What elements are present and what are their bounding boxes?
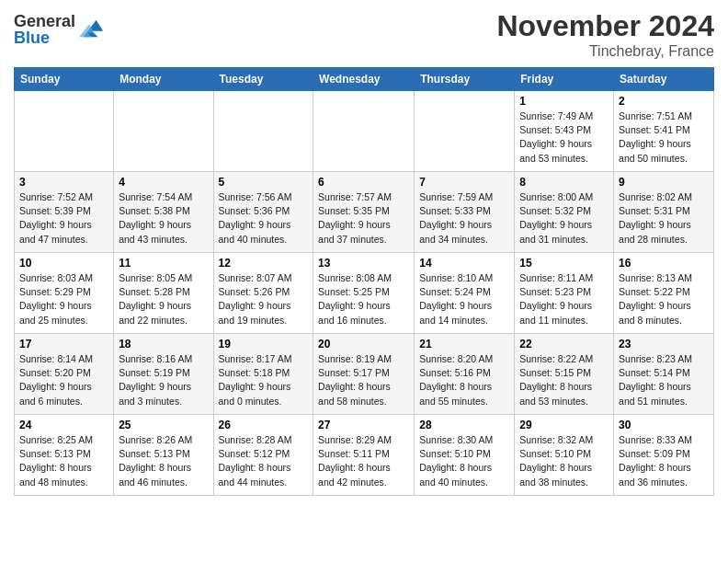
day-info: Sunrise: 8:20 AM Sunset: 5:16 PM Dayligh… <box>419 352 509 408</box>
day-info: Sunrise: 8:32 AM Sunset: 5:10 PM Dayligh… <box>519 433 609 489</box>
table-row: 23Sunrise: 8:23 AM Sunset: 5:14 PM Dayli… <box>614 334 714 415</box>
day-info: Sunrise: 8:11 AM Sunset: 5:23 PM Dayligh… <box>519 271 609 327</box>
table-row: 20Sunrise: 8:19 AM Sunset: 5:17 PM Dayli… <box>313 334 415 415</box>
logo-icon <box>79 16 105 41</box>
day-info: Sunrise: 8:02 AM Sunset: 5:31 PM Dayligh… <box>619 190 709 247</box>
table-row: 29Sunrise: 8:32 AM Sunset: 5:10 PM Dayli… <box>515 415 614 496</box>
col-friday: Friday <box>515 68 614 91</box>
table-row <box>415 91 515 172</box>
col-sunday: Sunday <box>15 68 114 91</box>
header: General Blue November 2024 Tinchebray, F… <box>14 9 714 60</box>
table-row: 9Sunrise: 8:02 AM Sunset: 5:31 PM Daylig… <box>614 172 714 253</box>
table-row: 14Sunrise: 8:10 AM Sunset: 5:24 PM Dayli… <box>415 253 515 334</box>
day-number: 16 <box>619 257 709 270</box>
title-block: November 2024 Tinchebray, France <box>496 9 714 60</box>
logo-text: General Blue <box>14 13 75 46</box>
day-info: Sunrise: 8:14 AM Sunset: 5:20 PM Dayligh… <box>19 352 108 408</box>
table-row: 10Sunrise: 8:03 AM Sunset: 5:29 PM Dayli… <box>15 253 114 334</box>
day-info: Sunrise: 8:19 AM Sunset: 5:17 PM Dayligh… <box>318 352 409 408</box>
table-row: 5Sunrise: 7:56 AM Sunset: 5:36 PM Daylig… <box>213 172 313 253</box>
table-row: 25Sunrise: 8:26 AM Sunset: 5:13 PM Dayli… <box>114 415 213 496</box>
day-info: Sunrise: 7:56 AM Sunset: 5:36 PM Dayligh… <box>219 190 309 247</box>
day-number: 24 <box>19 419 108 431</box>
table-row: 17Sunrise: 8:14 AM Sunset: 5:20 PM Dayli… <box>15 334 114 415</box>
logo-general: General <box>14 13 75 29</box>
day-number: 11 <box>119 257 208 270</box>
table-row: 2Sunrise: 7:51 AM Sunset: 5:41 PM Daylig… <box>614 91 714 172</box>
table-row: 27Sunrise: 8:29 AM Sunset: 5:11 PM Dayli… <box>313 415 415 496</box>
day-number: 5 <box>219 176 309 189</box>
table-row: 24Sunrise: 8:25 AM Sunset: 5:13 PM Dayli… <box>15 415 114 496</box>
calendar-week-5: 24Sunrise: 8:25 AM Sunset: 5:13 PM Dayli… <box>15 415 714 496</box>
day-info: Sunrise: 8:17 AM Sunset: 5:18 PM Dayligh… <box>219 352 309 408</box>
day-number: 9 <box>619 176 709 189</box>
col-saturday: Saturday <box>614 68 714 91</box>
day-number: 2 <box>619 95 709 108</box>
day-info: Sunrise: 8:25 AM Sunset: 5:13 PM Dayligh… <box>19 433 108 489</box>
day-number: 10 <box>19 257 108 270</box>
day-number: 27 <box>318 419 409 431</box>
table-row: 19Sunrise: 8:17 AM Sunset: 5:18 PM Dayli… <box>213 334 313 415</box>
day-info: Sunrise: 8:08 AM Sunset: 5:25 PM Dayligh… <box>318 271 409 327</box>
col-tuesday: Tuesday <box>213 68 313 91</box>
day-info: Sunrise: 7:51 AM Sunset: 5:41 PM Dayligh… <box>619 109 709 166</box>
month-title: November 2024 <box>496 9 714 43</box>
table-row: 12Sunrise: 8:07 AM Sunset: 5:26 PM Dayli… <box>213 253 313 334</box>
day-info: Sunrise: 7:49 AM Sunset: 5:43 PM Dayligh… <box>519 109 609 166</box>
table-row: 15Sunrise: 8:11 AM Sunset: 5:23 PM Dayli… <box>515 253 614 334</box>
day-info: Sunrise: 7:52 AM Sunset: 5:39 PM Dayligh… <box>19 190 108 247</box>
day-number: 23 <box>619 338 709 350</box>
table-row: 8Sunrise: 8:00 AM Sunset: 5:32 PM Daylig… <box>515 172 614 253</box>
day-number: 8 <box>519 176 609 189</box>
calendar-week-3: 10Sunrise: 8:03 AM Sunset: 5:29 PM Dayli… <box>15 253 714 334</box>
table-row: 26Sunrise: 8:28 AM Sunset: 5:12 PM Dayli… <box>213 415 313 496</box>
day-info: Sunrise: 8:33 AM Sunset: 5:09 PM Dayligh… <box>619 433 709 489</box>
table-row: 3Sunrise: 7:52 AM Sunset: 5:39 PM Daylig… <box>15 172 114 253</box>
day-number: 26 <box>219 419 309 431</box>
day-number: 20 <box>318 338 409 350</box>
day-number: 17 <box>19 338 108 350</box>
day-info: Sunrise: 8:26 AM Sunset: 5:13 PM Dayligh… <box>119 433 208 489</box>
day-number: 13 <box>318 257 409 270</box>
table-row <box>213 91 313 172</box>
calendar-week-4: 17Sunrise: 8:14 AM Sunset: 5:20 PM Dayli… <box>15 334 714 415</box>
day-info: Sunrise: 8:22 AM Sunset: 5:15 PM Dayligh… <box>519 352 609 408</box>
table-row: 18Sunrise: 8:16 AM Sunset: 5:19 PM Dayli… <box>114 334 213 415</box>
day-info: Sunrise: 8:00 AM Sunset: 5:32 PM Dayligh… <box>519 190 609 247</box>
col-wednesday: Wednesday <box>313 68 415 91</box>
day-number: 29 <box>519 419 609 431</box>
day-number: 21 <box>419 338 509 350</box>
table-row: 22Sunrise: 8:22 AM Sunset: 5:15 PM Dayli… <box>515 334 614 415</box>
calendar-week-2: 3Sunrise: 7:52 AM Sunset: 5:39 PM Daylig… <box>15 172 714 253</box>
table-row: 7Sunrise: 7:59 AM Sunset: 5:33 PM Daylig… <box>415 172 515 253</box>
day-number: 15 <box>519 257 609 270</box>
location: Tinchebray, France <box>496 43 714 60</box>
table-row <box>15 91 114 172</box>
table-row: 21Sunrise: 8:20 AM Sunset: 5:16 PM Dayli… <box>415 334 515 415</box>
table-row <box>114 91 213 172</box>
day-info: Sunrise: 7:59 AM Sunset: 5:33 PM Dayligh… <box>419 190 509 247</box>
col-thursday: Thursday <box>415 68 515 91</box>
day-number: 22 <box>519 338 609 350</box>
table-row: 4Sunrise: 7:54 AM Sunset: 5:38 PM Daylig… <box>114 172 213 253</box>
day-info: Sunrise: 8:10 AM Sunset: 5:24 PM Dayligh… <box>419 271 509 327</box>
table-row: 1Sunrise: 7:49 AM Sunset: 5:43 PM Daylig… <box>515 91 614 172</box>
calendar-week-1: 1Sunrise: 7:49 AM Sunset: 5:43 PM Daylig… <box>15 91 714 172</box>
calendar-header-row: Sunday Monday Tuesday Wednesday Thursday… <box>15 68 714 91</box>
table-row: 13Sunrise: 8:08 AM Sunset: 5:25 PM Dayli… <box>313 253 415 334</box>
table-row <box>313 91 415 172</box>
day-info: Sunrise: 8:03 AM Sunset: 5:29 PM Dayligh… <box>19 271 108 327</box>
day-info: Sunrise: 8:13 AM Sunset: 5:22 PM Dayligh… <box>619 271 709 327</box>
logo-blue: Blue <box>14 29 75 46</box>
calendar-table: Sunday Monday Tuesday Wednesday Thursday… <box>14 67 714 496</box>
table-row: 30Sunrise: 8:33 AM Sunset: 5:09 PM Dayli… <box>614 415 714 496</box>
day-number: 14 <box>419 257 509 270</box>
table-row: 16Sunrise: 8:13 AM Sunset: 5:22 PM Dayli… <box>614 253 714 334</box>
day-number: 1 <box>519 95 609 108</box>
day-info: Sunrise: 8:16 AM Sunset: 5:19 PM Dayligh… <box>119 352 208 408</box>
day-number: 3 <box>19 176 108 189</box>
day-info: Sunrise: 7:57 AM Sunset: 5:35 PM Dayligh… <box>318 190 409 247</box>
day-info: Sunrise: 8:07 AM Sunset: 5:26 PM Dayligh… <box>219 271 309 327</box>
day-number: 4 <box>119 176 208 189</box>
day-number: 28 <box>419 419 509 431</box>
